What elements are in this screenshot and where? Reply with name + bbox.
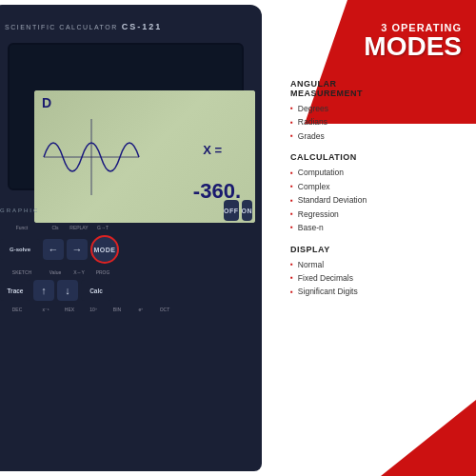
calc-item-base-n: Base-n <box>290 221 462 234</box>
calc-button[interactable]: Calc <box>81 280 111 301</box>
red-bg-bottom <box>381 400 476 476</box>
calculator-body: SCIENTIFIC CALCULATOR CS-121 D X = <box>0 5 262 471</box>
angular-item-radians: Radians <box>290 115 462 129</box>
mode-top-label <box>140 225 170 234</box>
info-content: 3 OPERATING MODES ANGULAR MEASUREMENT De… <box>290 14 462 299</box>
screen-graph <box>39 114 144 200</box>
row2-top-labels: SKETCH Value X↔Y PROG <box>0 269 252 279</box>
calc-item-complex: Complex <box>290 180 462 193</box>
calculation-list: Computation Complex Standard Deviation R… <box>290 166 462 234</box>
button-row-1: G-solve ← → MODE <box>0 235 252 264</box>
display-item-fixed: Fixed Decimals <box>290 271 462 285</box>
bottom-labels-row: DEC x⁻¹ HEX 10ˣ BIN eˣ OCT <box>0 307 252 316</box>
model-label: CS-121 <box>122 22 163 31</box>
angular-list: Degrees Radians Grades <box>290 102 462 143</box>
hex-label: HEX <box>59 307 80 316</box>
g-t-label: G→T <box>92 225 113 234</box>
trace-button[interactable]: Trace <box>0 280 30 301</box>
bin-label: BIN <box>107 307 128 316</box>
prog-top-label <box>116 225 137 234</box>
10x-label: 10ˣ <box>83 307 104 316</box>
prog-label: PROG <box>92 269 113 279</box>
display-title: DISPLAY <box>290 245 462 254</box>
screen-bezel: D X = -360. <box>8 43 244 190</box>
display-list: Normal Fixed Decimals Significant Digits <box>290 258 462 299</box>
angular-item-degrees: Degrees <box>290 102 462 115</box>
calculation-title: CALCULATION <box>290 152 462 162</box>
graphic-label: GRAPHIC <box>0 208 221 213</box>
screen-x-equals: X = <box>203 143 222 157</box>
dec-label: DEC <box>2 307 32 316</box>
g-solve-button[interactable]: G-solve <box>0 239 40 260</box>
oct-label: OCT <box>154 307 175 316</box>
operating-label: 3 OPERATING <box>290 14 462 33</box>
screen-d-indicator: D <box>42 95 51 110</box>
replay-label: REPLAY <box>69 225 89 234</box>
left-arrow-button[interactable]: ← <box>43 239 64 260</box>
right-arrow-button[interactable]: → <box>67 239 88 260</box>
brand-label: SCIENTIFIC CALCULATOR <box>5 24 118 30</box>
funct-label: Funct <box>2 225 42 234</box>
calc-item-regression: Regression <box>290 208 462 221</box>
angular-item-grades: Grades <box>290 129 462 143</box>
x-inv-label: x⁻¹ <box>35 307 56 316</box>
down-arrow-button[interactable]: ↓ <box>57 280 78 301</box>
calc-item-std-dev: Standard Deviation <box>290 193 462 207</box>
value-label: Value <box>45 269 66 279</box>
calc-label-area: SCIENTIFIC CALCULATOR CS-121 <box>5 22 162 31</box>
on-button[interactable]: ON <box>242 200 253 221</box>
angular-title: ANGULAR MEASUREMENT <box>290 79 462 98</box>
graphic-row: GRAPHIC OFF ON <box>0 200 252 221</box>
cls-label: Cls <box>45 225 66 234</box>
display-item-sig-digits: Significant Digits <box>290 285 462 298</box>
buttons-area: GRAPHIC OFF ON Funct Cls REPLAY G→T G-so… <box>0 200 252 317</box>
display-item-normal: Normal <box>290 258 462 271</box>
button-row-2: Trace ↑ ↓ Calc <box>0 280 252 301</box>
row1-top-labels: Funct Cls REPLAY G→T <box>0 225 252 234</box>
calculator-section: SCIENTIFIC CALCULATOR CS-121 D X = <box>0 0 281 476</box>
sketch-label: SKETCH <box>2 269 42 279</box>
info-section: 3 OPERATING MODES ANGULAR MEASUREMENT De… <box>281 0 476 476</box>
calc-item-computation: Computation <box>290 166 462 179</box>
modes-label: MODES <box>290 33 462 60</box>
off-button[interactable]: OFF <box>224 200 239 221</box>
ex-label: eˣ <box>130 307 151 316</box>
x-y-label: X↔Y <box>69 269 89 279</box>
mode-button[interactable]: MODE <box>90 235 119 264</box>
up-arrow-button[interactable]: ↑ <box>33 280 54 301</box>
